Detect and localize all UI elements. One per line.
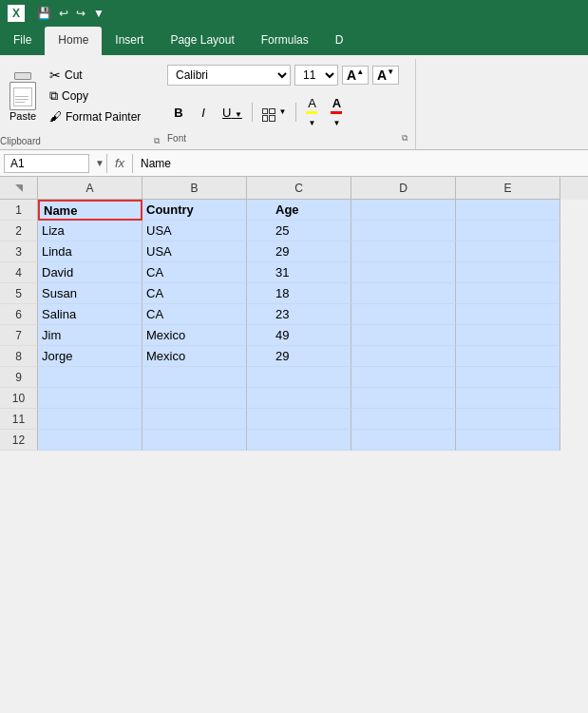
cell-4-a[interactable]: David: [38, 262, 142, 283]
tab-insert[interactable]: Insert: [102, 27, 157, 55]
cell-10-d[interactable]: [351, 388, 456, 409]
tab-page-layout[interactable]: Page Layout: [157, 27, 247, 55]
cell-ref-dropdown[interactable]: ▼: [93, 158, 106, 168]
cell-8-a[interactable]: Jorge: [38, 346, 142, 367]
cell-10-c[interactable]: [247, 388, 351, 409]
undo-button[interactable]: ↩: [56, 7, 71, 20]
format-painter-button[interactable]: 🖌 Format Painter: [46, 107, 160, 125]
font-grow-button[interactable]: A▲: [342, 66, 369, 85]
cell-9-b[interactable]: [142, 367, 247, 388]
cell-3-d[interactable]: [351, 241, 456, 262]
cell-1-c[interactable]: Age: [247, 200, 351, 221]
cell-2-a[interactable]: Liza: [38, 221, 142, 241]
italic-button[interactable]: I: [192, 103, 215, 123]
cell-2-b[interactable]: USA: [142, 221, 247, 241]
row-number[interactable]: 12: [0, 430, 38, 451]
cell-1-b[interactable]: Country: [142, 200, 247, 221]
cell-5-c[interactable]: 18: [247, 283, 351, 304]
cell-7-d[interactable]: [351, 325, 456, 346]
cell-2-d[interactable]: [351, 221, 456, 241]
col-header-c[interactable]: C: [247, 177, 351, 200]
font-name-select[interactable]: Calibri: [167, 65, 291, 86]
cell-5-a[interactable]: Susan: [38, 283, 142, 304]
fill-dropdown-icon[interactable]: ▼: [309, 119, 316, 127]
cell-8-b[interactable]: Mexico: [142, 346, 247, 367]
cell-2-e[interactable]: [456, 221, 560, 241]
cell-11-b[interactable]: [142, 409, 247, 430]
cell-12-e[interactable]: [456, 430, 560, 451]
cell-1-d[interactable]: [351, 200, 456, 221]
cell-6-d[interactable]: [351, 304, 456, 325]
cell-3-e[interactable]: [456, 241, 560, 262]
cell-1-e[interactable]: [456, 200, 560, 221]
cell-3-a[interactable]: Linda: [38, 241, 142, 262]
cell-6-a[interactable]: Salina: [38, 304, 142, 325]
font-expand-icon[interactable]: ⧉: [402, 133, 408, 144]
cell-7-a[interactable]: Jim: [38, 325, 142, 346]
cell-12-c[interactable]: [247, 430, 351, 451]
bold-button[interactable]: B: [167, 103, 190, 123]
row-number[interactable]: 10: [0, 388, 38, 409]
cell-3-b[interactable]: USA: [142, 241, 247, 262]
cell-10-b[interactable]: [142, 388, 247, 409]
cell-9-e[interactable]: [456, 367, 560, 388]
cell-3-c[interactable]: 29: [247, 241, 351, 262]
qat-dropdown-button[interactable]: ▼: [90, 7, 107, 20]
copy-button[interactable]: ⧉ Copy: [46, 87, 160, 106]
underline-button[interactable]: U ▼: [217, 103, 248, 123]
cell-reference-box[interactable]: A1: [4, 154, 89, 173]
row-number[interactable]: 11: [0, 409, 38, 430]
tab-home[interactable]: Home: [45, 27, 102, 55]
paste-button[interactable]: Paste: [0, 67, 46, 125]
font-size-select[interactable]: 11: [294, 65, 338, 86]
borders-button[interactable]: ▼: [256, 100, 293, 125]
row-number[interactable]: 2: [0, 221, 38, 241]
cell-9-d[interactable]: [351, 367, 456, 388]
fill-color-button[interactable]: A ▼: [300, 93, 323, 131]
font-shrink-button[interactable]: A▼: [372, 66, 399, 85]
cell-5-e[interactable]: [456, 283, 560, 304]
cell-12-b[interactable]: [142, 430, 247, 451]
row-number[interactable]: 7: [0, 325, 38, 346]
borders-dropdown-icon[interactable]: ▼: [279, 107, 287, 116]
cell-5-b[interactable]: CA: [142, 283, 247, 304]
underline-dropdown-arrow[interactable]: ▼: [235, 110, 242, 119]
cell-6-e[interactable]: [456, 304, 560, 325]
col-header-a[interactable]: A: [38, 177, 142, 200]
cell-11-d[interactable]: [351, 409, 456, 430]
save-button[interactable]: 💾: [34, 7, 54, 20]
cell-7-c[interactable]: 49: [247, 325, 351, 346]
row-number[interactable]: 3: [0, 241, 38, 262]
font-color-button[interactable]: A ▼: [325, 93, 348, 131]
cell-4-c[interactable]: 31: [247, 262, 351, 283]
cell-8-e[interactable]: [456, 346, 560, 367]
tab-more[interactable]: D: [322, 27, 357, 55]
cell-11-e[interactable]: [456, 409, 560, 430]
cut-button[interactable]: ✂ Cut: [46, 66, 160, 85]
row-number[interactable]: 8: [0, 346, 38, 367]
font-color-dropdown-icon[interactable]: ▼: [333, 119, 341, 127]
col-header-d[interactable]: D: [351, 177, 456, 200]
cell-12-a[interactable]: [38, 430, 142, 451]
cell-5-d[interactable]: [351, 283, 456, 304]
row-number[interactable]: 9: [0, 367, 38, 388]
redo-button[interactable]: ↪: [73, 7, 88, 20]
col-header-e[interactable]: E: [456, 177, 560, 200]
row-number[interactable]: 6: [0, 304, 38, 325]
select-all-button[interactable]: [0, 177, 38, 200]
formula-input[interactable]: [133, 155, 588, 172]
cell-4-e[interactable]: [456, 262, 560, 283]
cell-6-c[interactable]: 23: [247, 304, 351, 325]
cell-10-a[interactable]: [38, 388, 142, 409]
cell-9-c[interactable]: [247, 367, 351, 388]
row-number[interactable]: 4: [0, 262, 38, 283]
cell-10-e[interactable]: [456, 388, 560, 409]
cell-12-d[interactable]: [351, 430, 456, 451]
cell-4-d[interactable]: [351, 262, 456, 283]
col-header-b[interactable]: B: [142, 177, 247, 200]
cell-9-a[interactable]: [38, 367, 142, 388]
cell-1-a[interactable]: Name: [38, 200, 142, 221]
cell-7-b[interactable]: Mexico: [142, 325, 247, 346]
cell-8-c[interactable]: 29: [247, 346, 351, 367]
cell-8-d[interactable]: [351, 346, 456, 367]
